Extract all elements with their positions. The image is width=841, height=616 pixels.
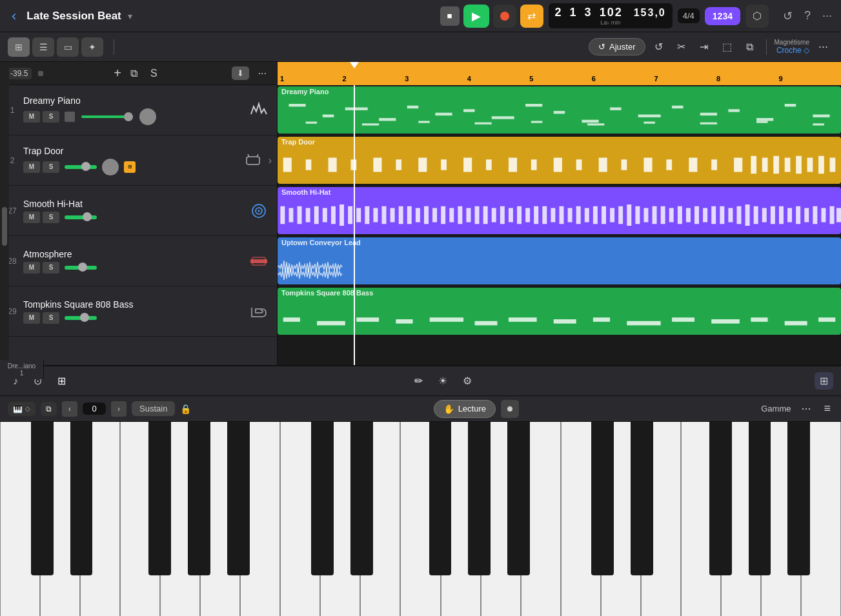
loop-tool-button[interactable]: ⬚	[717, 38, 737, 55]
piano-more-button[interactable]: ···	[796, 399, 816, 418]
track-name-27: Smooth Hi-Hat	[23, 199, 242, 209]
key-ds4[interactable]	[631, 422, 653, 575]
cut-tool-button[interactable]: ✂	[672, 38, 691, 55]
track-lane-29[interactable]: Tompkins Square 808 Bass	[278, 286, 841, 337]
toolbar-sep2	[766, 39, 767, 55]
help-button[interactable]: ?	[802, 6, 813, 25]
ruler-mark-9: 9	[778, 62, 840, 85]
track-lane-28[interactable]: Uptown Conveyor Lead	[278, 236, 841, 286]
toolbar-more-button[interactable]: ···	[813, 37, 833, 56]
pencil-tool-button[interactable]: ✏	[409, 372, 428, 390]
lecture-button[interactable]: ✋ Lecture	[434, 400, 496, 418]
transport-controls: ■ ▶ ⇄	[440, 5, 543, 28]
svg-rect-109	[643, 208, 648, 223]
key-gs4[interactable]	[749, 422, 771, 575]
track-28-solo-button[interactable]: S	[43, 262, 59, 273]
split-button[interactable]: ⧉	[41, 402, 57, 416]
track-2-expand[interactable]: ›	[269, 155, 272, 166]
loop-region-button[interactable]: ⧉	[127, 66, 141, 81]
track-1-fader[interactable]	[81, 115, 133, 118]
key-ds2[interactable]	[70, 422, 93, 575]
track-more-button[interactable]: ···	[254, 66, 270, 81]
track-2-pan[interactable]	[102, 159, 119, 175]
piano-lines-button[interactable]: ≡	[822, 399, 834, 418]
svg-rect-121	[745, 204, 750, 226]
track-1-pan[interactable]	[139, 108, 156, 125]
key-as2[interactable]	[227, 422, 250, 575]
octave-next-button[interactable]: ›	[111, 401, 127, 417]
add-track-button[interactable]: +	[114, 66, 121, 81]
magnet-value[interactable]: Croche ◇	[776, 46, 809, 55]
key-fs2[interactable]	[148, 422, 171, 575]
svg-rect-47	[509, 158, 517, 172]
waveform-view-button[interactable]: ▭	[57, 37, 79, 57]
track-2-solo-button[interactable]: S	[43, 161, 59, 173]
track-28-mute-button[interactable]: M	[23, 262, 40, 273]
key-as3[interactable]	[507, 422, 530, 575]
download-button[interactable]: ⬇	[232, 66, 249, 80]
piano-keys-button[interactable]: ⊞	[52, 372, 71, 390]
track-2-mute-button[interactable]: M	[23, 161, 40, 173]
track-row-1: 1 Dreamy Piano M S	[0, 85, 277, 135]
grid-view-button[interactable]: ⊞	[8, 37, 30, 57]
key-cs3[interactable]	[311, 422, 334, 575]
eq-tool-button[interactable]: ⚙	[458, 372, 477, 390]
note-button[interactable]: 1234	[705, 7, 740, 25]
track-29-mute-button[interactable]: M	[23, 312, 40, 324]
clip-smooth-hihat[interactable]: Smooth Hi-Hat	[278, 187, 841, 234]
svg-rect-43	[418, 158, 427, 172]
key-cs4[interactable]	[591, 422, 614, 575]
play-button[interactable]: ▶	[463, 5, 489, 28]
s-label-button[interactable]: S	[147, 66, 161, 81]
history-button[interactable]: ↺	[780, 6, 795, 26]
clip-dreamy-piano[interactable]: Dreamy Piano	[278, 86, 841, 134]
note-label: 1234	[713, 11, 733, 21]
list-view-button[interactable]: ☰	[32, 37, 54, 57]
pencil-view-button[interactable]: ✦	[81, 37, 103, 57]
gamme-button[interactable]: Gamme	[761, 404, 791, 413]
ajuster-button[interactable]: ↺ Ajuster	[589, 38, 645, 55]
sun-tool-button[interactable]: ☀	[433, 372, 452, 390]
piano-keyboard: Do2	[0, 422, 841, 616]
record-button[interactable]	[493, 5, 516, 28]
track-27-mute-button[interactable]: M	[23, 212, 40, 223]
stop-button[interactable]: ■	[440, 6, 460, 26]
metronome-button[interactable]: ⬡	[745, 5, 769, 28]
svg-rect-106	[618, 206, 623, 224]
key-cs2[interactable]	[31, 422, 54, 575]
track-lane-2[interactable]: Trap Door	[278, 135, 841, 186]
copy-tool-button[interactable]: ⧉	[741, 39, 758, 55]
trim-tool-button[interactable]: ⇥	[694, 38, 713, 55]
clip-808-bass[interactable]: Tompkins Square 808 Bass	[278, 288, 841, 335]
clip-atmosphere[interactable]: Uptown Conveyor Lead	[278, 237, 841, 284]
loop-button[interactable]: ⇄	[520, 5, 543, 28]
undo-tool-button[interactable]: ↺	[649, 38, 668, 55]
scroll-pill[interactable]	[2, 207, 7, 246]
track-27-solo-button[interactable]: S	[43, 212, 59, 223]
clip-trap-door[interactable]: Trap Door	[278, 137, 841, 184]
key-fs4[interactable]	[709, 422, 732, 575]
octave-do4: Do4	[561, 422, 841, 616]
key-ds3[interactable]	[350, 422, 373, 575]
track-1-solo-button[interactable]: S	[43, 111, 59, 123]
ruler-mark-7: 7	[653, 62, 715, 85]
key-gs2[interactable]	[188, 422, 210, 575]
lock-icon: 🔒	[180, 404, 191, 414]
note-small-button[interactable]	[501, 400, 519, 418]
back-button[interactable]: ‹	[6, 5, 21, 27]
octave-prev-button[interactable]: ‹	[62, 401, 77, 417]
more-options-button[interactable]: ···	[820, 6, 835, 25]
track-lane-1[interactable]: Dreamy Piano	[278, 85, 841, 135]
key-fs3[interactable]	[429, 422, 452, 575]
grid-tool-button[interactable]: ⊞	[815, 372, 833, 390]
track-1-mute-button[interactable]: M	[23, 111, 40, 123]
octave-do3: Do3	[280, 422, 560, 616]
svg-rect-74	[348, 206, 352, 224]
key-as4[interactable]	[787, 422, 810, 575]
track-lane-27[interactable]: Smooth Hi-Hat	[278, 186, 841, 236]
track-29-solo-button[interactable]: S	[43, 312, 59, 324]
svg-rect-114	[686, 208, 691, 223]
sustain-button[interactable]: Sustain	[132, 401, 175, 416]
track-controls-29: M S	[23, 312, 242, 324]
key-gs3[interactable]	[468, 422, 491, 575]
